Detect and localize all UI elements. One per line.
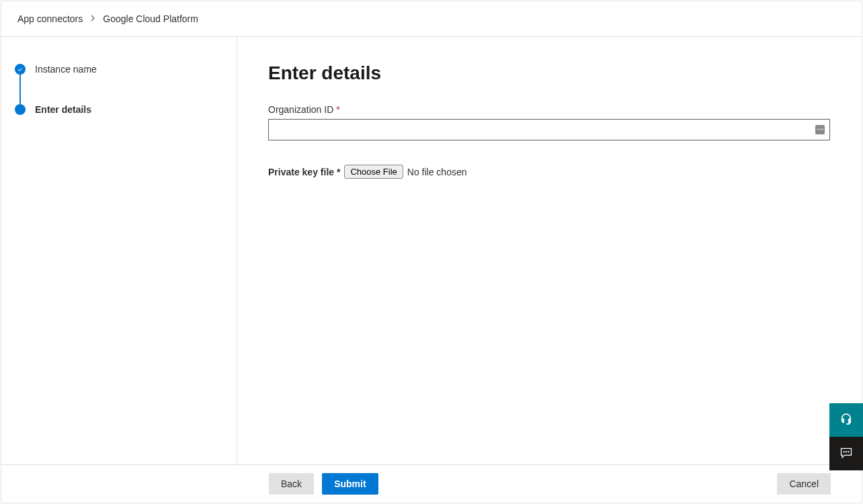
back-button[interactable]: Back [269, 473, 314, 495]
feedback-icon [839, 446, 853, 462]
breadcrumb: App connectors Google Cloud Platform [1, 1, 862, 37]
main-content: Enter details Organization ID * Private … [237, 37, 862, 464]
wizard-steps-sidebar: Instance name Enter details [1, 37, 237, 464]
current-step-icon [15, 104, 26, 115]
feedback-widget-button[interactable] [829, 437, 863, 470]
required-asterisk: * [336, 104, 339, 115]
svg-point-1 [846, 451, 847, 452]
choose-file-button[interactable]: Choose File [344, 165, 403, 179]
required-asterisk: * [337, 167, 340, 177]
step-label: Instance name [35, 64, 97, 75]
step-connector [19, 75, 21, 104]
organization-id-label: Organization ID * [268, 104, 831, 115]
side-widgets [829, 403, 863, 470]
organization-id-field: Organization ID * [268, 104, 831, 140]
breadcrumb-root[interactable]: App connectors [17, 13, 83, 24]
step-enter-details[interactable]: Enter details [15, 104, 223, 115]
checkmark-icon [15, 64, 26, 75]
label-text: Organization ID [268, 104, 333, 115]
step-instance-name[interactable]: Instance name [15, 64, 223, 75]
breadcrumb-current: Google Cloud Platform [103, 13, 198, 24]
svg-point-2 [848, 451, 850, 452]
chevron-right-icon [89, 14, 96, 24]
private-key-file-field: Private key file * Choose File No file c… [268, 165, 831, 179]
label-text: Private key file [268, 167, 334, 177]
wizard-footer: Back Submit Cancel [1, 464, 862, 503]
file-status-text: No file chosen [407, 167, 467, 177]
support-widget-button[interactable] [829, 403, 863, 437]
step-label: Enter details [35, 104, 91, 115]
submit-button[interactable]: Submit [322, 473, 378, 495]
private-key-label: Private key file * [268, 167, 340, 177]
svg-point-0 [844, 451, 845, 452]
input-suggestions-icon[interactable] [815, 125, 825, 134]
headset-icon [839, 413, 853, 428]
organization-id-input[interactable] [268, 119, 830, 140]
cancel-button[interactable]: Cancel [777, 473, 831, 495]
page-title: Enter details [268, 62, 831, 84]
